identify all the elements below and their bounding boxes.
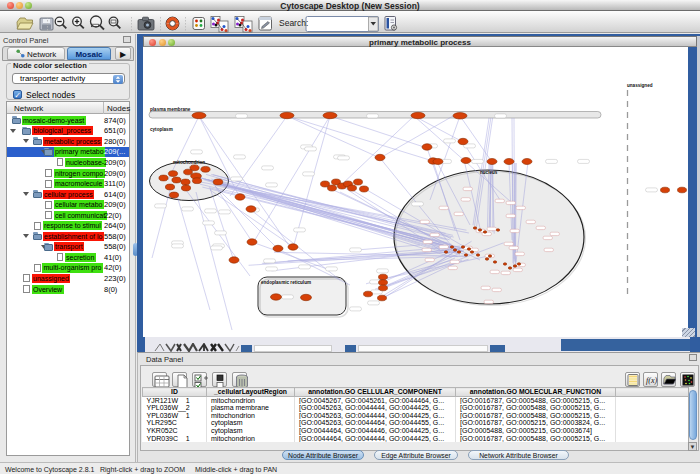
svg-text:mitochondrion: mitochondrion	[173, 160, 205, 165]
svg-text:endoplasmic reticulum: endoplasmic reticulum	[261, 280, 311, 285]
svg-text:cytoplasm: cytoplasm	[150, 127, 173, 132]
svg-text:unassigned: unassigned	[627, 83, 653, 88]
svg-text:plasma membrane: plasma membrane	[150, 107, 191, 112]
svg-text:nucleus: nucleus	[480, 170, 498, 175]
svg-text:f(x): f(x)	[646, 376, 657, 385]
